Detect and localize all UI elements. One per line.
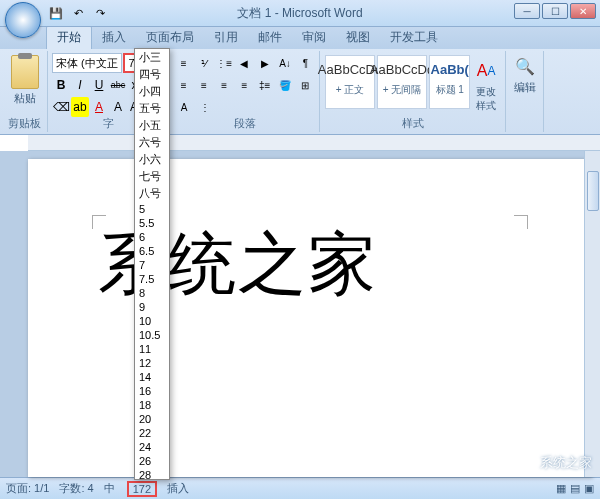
size-option[interactable]: 八号 xyxy=(135,185,169,202)
bold-button[interactable]: B xyxy=(52,75,70,95)
status-bar: 页面: 1/1 字数: 4 中 172 插入 ▦ ▤ ▣ xyxy=(0,477,600,499)
size-option[interactable]: 小四 xyxy=(135,83,169,100)
paste-label: 粘贴 xyxy=(14,91,36,106)
language-indicator[interactable]: 中 xyxy=(104,481,115,496)
char-shading-button[interactable]: A xyxy=(174,97,194,117)
clear-format-button[interactable]: ⌫ xyxy=(52,97,70,117)
underline-button[interactable]: U xyxy=(90,75,108,95)
font-size-dropdown[interactable]: 小三四号小四五号小五六号小六七号八号55.566.577.5891010.511… xyxy=(134,48,170,480)
style-heading1[interactable]: AaBb( 标题 1 xyxy=(429,55,470,109)
tab-view[interactable]: 视图 xyxy=(336,26,380,49)
paste-icon[interactable] xyxy=(11,55,39,89)
size-option[interactable]: 9 xyxy=(135,300,169,314)
bullet-list-button[interactable]: ≡ xyxy=(174,53,193,73)
multilevel-list-button[interactable]: ⋮≡ xyxy=(215,53,234,73)
size-option[interactable]: 七号 xyxy=(135,168,169,185)
document-page[interactable]: 系统之家 xyxy=(28,159,592,477)
insert-mode[interactable]: 插入 xyxy=(167,481,189,496)
align-center-button[interactable]: ≡ xyxy=(194,75,213,95)
size-option[interactable]: 28 xyxy=(135,468,169,480)
size-option[interactable]: 5 xyxy=(135,202,169,216)
tab-references[interactable]: 引用 xyxy=(204,26,248,49)
scrollbar-thumb[interactable] xyxy=(587,171,599,211)
size-option[interactable]: 六号 xyxy=(135,134,169,151)
tab-layout[interactable]: 页面布局 xyxy=(136,26,204,49)
size-option[interactable]: 6 xyxy=(135,230,169,244)
close-button[interactable]: ✕ xyxy=(570,3,596,19)
watermark: 系统之家 xyxy=(514,453,592,473)
size-option[interactable]: 小五 xyxy=(135,117,169,134)
redo-icon[interactable]: ↷ xyxy=(90,3,110,23)
size-option[interactable]: 5.5 xyxy=(135,216,169,230)
style-nospace[interactable]: AaBbCcDd + 无间隔 xyxy=(377,55,427,109)
size-option[interactable]: 10.5 xyxy=(135,328,169,342)
size-option[interactable]: 16 xyxy=(135,384,169,398)
tab-home[interactable]: 开始 xyxy=(46,25,92,49)
styles-group: AaBbCcDd + 正文 AaBbCcDd + 无间隔 AaBb( 标题 1 … xyxy=(320,51,506,132)
page-indicator[interactable]: 页面: 1/1 xyxy=(6,481,49,496)
size-option[interactable]: 12 xyxy=(135,356,169,370)
size-option[interactable]: 7 xyxy=(135,258,169,272)
size-option[interactable]: 22 xyxy=(135,426,169,440)
size-option[interactable]: 小六 xyxy=(135,151,169,168)
align-left-button[interactable]: ≡ xyxy=(174,75,193,95)
asian-layout-button[interactable]: ⋮ xyxy=(195,97,215,117)
size-option[interactable]: 20 xyxy=(135,412,169,426)
undo-icon[interactable]: ↶ xyxy=(68,3,88,23)
document-area: 系统之家 xyxy=(0,151,600,477)
view-print-icon[interactable]: ▦ xyxy=(556,482,566,495)
decrease-indent-button[interactable]: ◀ xyxy=(235,53,254,73)
tab-developer[interactable]: 开发工具 xyxy=(380,26,448,49)
justify-button[interactable]: ≡ xyxy=(235,75,254,95)
show-marks-button[interactable]: ¶ xyxy=(296,53,315,73)
number-list-button[interactable]: ⅟ xyxy=(194,53,213,73)
change-styles-button[interactable]: AA 更改样式 xyxy=(471,53,501,113)
size-option[interactable]: 五号 xyxy=(135,100,169,117)
highlight-button[interactable]: ab xyxy=(71,97,89,117)
horizontal-ruler[interactable] xyxy=(28,135,600,151)
size-option[interactable]: 14 xyxy=(135,370,169,384)
size-option[interactable]: 四号 xyxy=(135,66,169,83)
strike-button[interactable]: abc xyxy=(109,75,127,95)
size-option[interactable]: 小三 xyxy=(135,49,169,66)
line-spacing-button[interactable]: ‡≡ xyxy=(255,75,274,95)
vertical-ruler[interactable] xyxy=(0,151,28,477)
size-option[interactable]: 18 xyxy=(135,398,169,412)
size-option[interactable]: 11 xyxy=(135,342,169,356)
ribbon: 粘贴 剪贴板 宋体 (中文正 72 ▼ B I U abc x₂ x² ⌫ ab… xyxy=(0,49,600,135)
size-option[interactable]: 26 xyxy=(135,454,169,468)
house-icon xyxy=(514,453,536,473)
style-normal[interactable]: AaBbCcDd + 正文 xyxy=(325,55,375,109)
view-read-icon[interactable]: ▤ xyxy=(570,482,580,495)
font-color-button[interactable]: A xyxy=(90,97,108,117)
char-border-button[interactable]: A xyxy=(109,97,127,117)
shading-button[interactable]: 🪣 xyxy=(275,75,294,95)
borders-button[interactable]: ⊞ xyxy=(296,75,315,95)
view-web-icon[interactable]: ▣ xyxy=(584,482,594,495)
find-icon[interactable]: 🔍 xyxy=(515,57,535,76)
size-option[interactable]: 6.5 xyxy=(135,244,169,258)
tab-insert[interactable]: 插入 xyxy=(92,26,136,49)
margin-corner-tl xyxy=(92,215,106,229)
increase-indent-button[interactable]: ▶ xyxy=(255,53,274,73)
font-name-input[interactable]: 宋体 (中文正 xyxy=(52,53,122,73)
paragraph-group: ≡ ⅟ ⋮≡ ◀ ▶ A↓ ¶ ≡ ≡ ≡ ≡ ‡≡ 🪣 ⊞ A ⋮ 段落 xyxy=(170,51,320,132)
italic-button[interactable]: I xyxy=(71,75,89,95)
tab-mailings[interactable]: 邮件 xyxy=(248,26,292,49)
size-option[interactable]: 10 xyxy=(135,314,169,328)
office-button[interactable] xyxy=(5,2,41,38)
size-option[interactable]: 8 xyxy=(135,286,169,300)
size-option[interactable]: 24 xyxy=(135,440,169,454)
vertical-scrollbar[interactable] xyxy=(584,151,600,477)
sort-button[interactable]: A↓ xyxy=(275,53,294,73)
minimize-button[interactable]: ─ xyxy=(514,3,540,19)
tab-review[interactable]: 审阅 xyxy=(292,26,336,49)
clipboard-group: 粘贴 剪贴板 xyxy=(2,51,48,132)
maximize-button[interactable]: ☐ xyxy=(542,3,568,19)
size-option[interactable]: 7.5 xyxy=(135,272,169,286)
word-count[interactable]: 字数: 4 xyxy=(59,481,93,496)
window-title: 文档 1 - Microsoft Word xyxy=(237,5,362,22)
save-icon[interactable]: 💾 xyxy=(46,3,66,23)
zoom-value[interactable]: 172 xyxy=(127,481,157,497)
align-right-button[interactable]: ≡ xyxy=(215,75,234,95)
